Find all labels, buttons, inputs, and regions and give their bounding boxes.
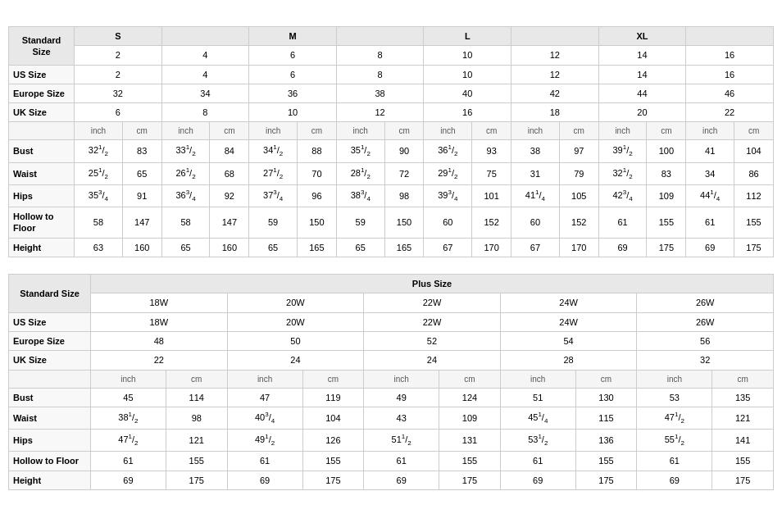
us-size-10: 10	[424, 46, 511, 65]
row-label-hollow-to-floor: Hollow to Floor	[9, 207, 75, 239]
size-chart-table-2: Standard Size Plus Size 18W 20W 22W 24W …	[8, 274, 774, 490]
standard-size-header-2: Standard Size	[9, 275, 91, 313]
m2-header	[336, 27, 424, 46]
us-size-label-2: US Size	[9, 312, 91, 331]
s-header: S	[75, 27, 162, 46]
l-header: L	[424, 27, 511, 46]
us-size-14: 14	[598, 46, 686, 65]
row-label-height: Height	[9, 238, 75, 257]
uk-size-label-2: UK Size	[9, 351, 91, 370]
size-chart-table-1: StandardSize S M L XL 2 4 6 8 10 12 14 1…	[8, 26, 774, 257]
page-title	[8, 8, 774, 18]
standard-size-header: StandardSize	[9, 27, 75, 66]
m-header: M	[249, 27, 337, 46]
us-size-20w: 20W	[227, 293, 364, 312]
us-size-4: 4	[161, 46, 249, 65]
europe-size-label-2: Europe Size	[9, 331, 91, 350]
plus-size-header: Plus Size	[91, 275, 774, 293]
row-label-plus-waist: Waist	[9, 407, 91, 429]
s2-header	[161, 27, 249, 46]
xl2-header	[686, 27, 774, 46]
row-label-bust: Bust	[9, 140, 75, 162]
row-label-plus-hips: Hips	[9, 430, 91, 452]
row-label-hips: Hips	[9, 184, 75, 207]
l2-header	[511, 27, 599, 46]
row-label-plus-hollow-to-floor: Hollow to Floor	[9, 452, 91, 471]
us-size-6: 6	[249, 46, 337, 65]
us-size-26w: 26W	[637, 293, 774, 312]
us-size-18w: 18W	[91, 293, 228, 312]
uk-size-label: UK Size	[9, 103, 75, 122]
row-label-plus-height: Height	[9, 471, 91, 489]
us-size-label: US Size	[9, 65, 75, 84]
us-size-8: 8	[336, 46, 424, 65]
row-label-waist: Waist	[9, 162, 75, 184]
us-size-2: 2	[75, 46, 162, 65]
europe-size-label: Europe Size	[9, 84, 75, 102]
xl-header: XL	[598, 27, 686, 46]
row-label-plus-bust: Bust	[9, 388, 91, 407]
us-size-12: 12	[511, 46, 599, 65]
us-size-24w: 24W	[500, 293, 637, 312]
us-size-22w: 22W	[364, 293, 501, 312]
us-size-16: 16	[686, 46, 774, 65]
